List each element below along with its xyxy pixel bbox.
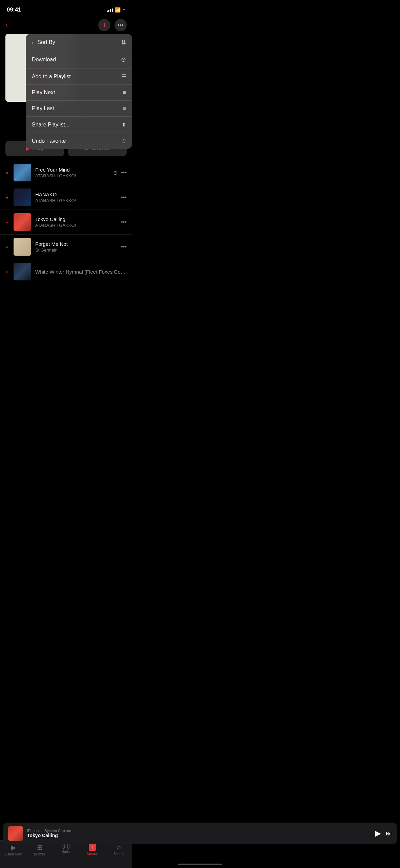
menu-item-share-playlist-label: Share Playlist... (32, 122, 69, 128)
play-last-icon: ≡ (123, 105, 126, 112)
song-thumbnail (14, 213, 31, 231)
song-more-button[interactable]: ••• (121, 244, 127, 250)
song-thumbnail (14, 263, 31, 280)
more-nav-button[interactable]: ••• (114, 19, 127, 31)
chevron-icon: › (32, 40, 33, 45)
signal-icon (107, 8, 113, 12)
add-playlist-icon: ☰ (121, 73, 126, 80)
song-title: Tokyo Calling (35, 216, 117, 222)
song-title: HANAKO (35, 192, 117, 197)
sort-icon: ⇅ (121, 39, 126, 46)
song-artist: ATARASHII GAKKO! (35, 223, 117, 228)
song-info: Free Your Mind ATARASHII GAKKO! (35, 167, 109, 178)
menu-item-play-next[interactable]: Play Next ≡ (26, 85, 132, 101)
song-item[interactable]: ★ HANAKO ATARASHII GAKKO! ••• (0, 185, 132, 210)
song-title: Forget Me Not (35, 241, 117, 247)
battery-icon (123, 9, 125, 10)
song-artist: St Germain (35, 248, 117, 253)
menu-item-play-last-label: Play Last (32, 105, 54, 112)
song-thumbnail (14, 189, 31, 206)
status-icons: 📶 (107, 7, 125, 13)
play-next-icon: ≡ (123, 90, 126, 96)
favorite-star-icon: ★ (5, 196, 9, 199)
menu-item-download[interactable]: Download ⊙ (26, 51, 132, 68)
favorite-star-icon: ★ (5, 171, 9, 175)
unfavorite-icon: ✩ (122, 138, 126, 144)
download-nav-button[interactable]: ⬇ (98, 19, 110, 31)
favorite-star-icon: ★ (5, 220, 9, 224)
song-actions: ••• (121, 219, 127, 225)
menu-item-add-playlist-label: Add to a Playlist... (32, 74, 75, 80)
download-menu-icon: ⊙ (121, 56, 126, 63)
song-info: Forget Me Not St Germain (35, 241, 117, 253)
menu-item-share-playlist[interactable]: Share Playlist... ⬆ (26, 117, 132, 133)
song-more-button[interactable]: ••• (121, 170, 127, 176)
menu-item-add-playlist[interactable]: Add to a Playlist... ☰ (26, 68, 132, 85)
more-icon: ••• (118, 22, 124, 28)
header-wrapper: › Sort By ⇅ Download ⊙ Add to a Playlist… (0, 34, 132, 105)
share-icon: ⬆ (122, 121, 126, 128)
menu-item-sort-by[interactable]: › Sort By ⇅ (26, 34, 132, 51)
status-bar: 09:41 📶 (0, 0, 132, 16)
song-item[interactable]: ★ White Winter Hymnal (Fleet Foxes Cover… (0, 259, 132, 284)
menu-item-download-label: Download (32, 57, 56, 63)
menu-item-undo-favorite-label: Undo Favorite (32, 138, 66, 144)
favorite-star-icon: ★ (5, 270, 9, 274)
song-info: HANAKO ATARASHII GAKKO! (35, 192, 117, 203)
nav-right-buttons: ⬇ ••• (98, 19, 127, 31)
download-status-icon: ⊙ (113, 170, 118, 176)
menu-item-play-last[interactable]: Play Last ≡ (26, 101, 132, 117)
download-icon: ⬇ (102, 22, 107, 28)
song-thumbnail (14, 238, 31, 256)
song-actions: ⊙ ••• (113, 170, 127, 176)
song-artist: ATARASHII GAKKO! (35, 173, 109, 178)
song-info: White Winter Hymnal (Fleet Foxes Cover) (35, 269, 127, 275)
song-list: ★ Free Your Mind ATARASHII GAKKO! ⊙ ••• … (0, 160, 132, 284)
song-item[interactable]: ★ Free Your Mind ATARASHII GAKKO! ⊙ ••• (0, 160, 132, 185)
song-actions: ••• (121, 244, 127, 250)
wifi-icon: 📶 (115, 7, 121, 13)
song-artist: ATARASHII GAKKO! (35, 198, 117, 203)
context-menu: › Sort By ⇅ Download ⊙ Add to a Playlist… (26, 34, 132, 149)
menu-item-play-next-label: Play Next (32, 90, 55, 96)
song-title: Free Your Mind (35, 167, 109, 173)
song-more-button[interactable]: ••• (121, 219, 127, 225)
nav-bar: ‹ ⬇ ••• (0, 16, 132, 34)
favorite-star-icon: ★ (5, 245, 9, 249)
song-info: Tokyo Calling ATARASHII GAKKO! (35, 216, 117, 228)
back-button[interactable]: ‹ (5, 21, 8, 29)
song-thumbnail (14, 164, 31, 181)
menu-item-undo-favorite[interactable]: Undo Favorite ✩ (26, 133, 132, 149)
song-more-button[interactable]: ••• (121, 194, 127, 200)
song-item[interactable]: ★ Forget Me Not St Germain ••• (0, 235, 132, 259)
song-item[interactable]: ★ Tokyo Calling ATARASHII GAKKO! ••• (0, 210, 132, 235)
song-actions: ••• (121, 194, 127, 200)
menu-item-sort-by-label: Sort By (37, 39, 55, 45)
song-title: White Winter Hymnal (Fleet Foxes Cover) (35, 269, 127, 275)
status-time: 09:41 (7, 6, 21, 13)
